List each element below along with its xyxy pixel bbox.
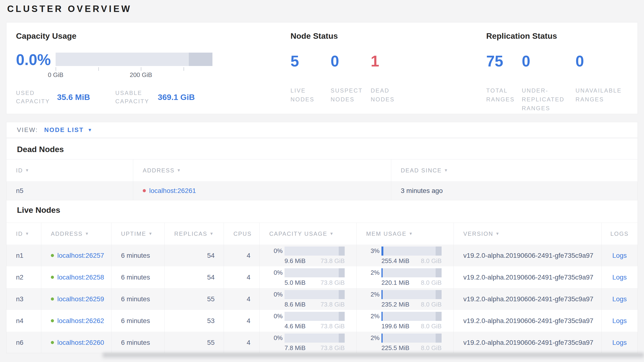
logs-link[interactable]: Logs [612, 339, 627, 346]
live-node-row: n3 localhost:26259 6 minutes 55 4 0% [6, 288, 638, 310]
live-nodes-table: ID ▼ ADDRESS ▼ UPTIME ▼ REPLICAS ▼ CPUS [6, 223, 638, 353]
capacity-bar [284, 312, 345, 321]
mem-bar [382, 247, 442, 256]
sort-arrow-icon: ▼ [85, 232, 90, 236]
mem-bar [382, 333, 442, 343]
logs-link[interactable]: Logs [612, 274, 627, 281]
node-mem-usage-cell: 3% 255.4 MiB 8.0 GiB [356, 245, 454, 266]
logs-link[interactable]: Logs [612, 317, 627, 325]
node-uptime: 6 minutes [112, 332, 165, 353]
node-uptime: 6 minutes [112, 310, 165, 332]
view-mode-dropdown[interactable]: NODE LIST ▼ [44, 126, 92, 134]
node-logs-cell: Logs [602, 332, 638, 353]
unavailable-ranges-stat: 0 UNAVAILABLE RANGES [576, 52, 630, 113]
node-address-link[interactable]: localhost:26257 [57, 252, 104, 259]
node-version: v19.2.0-alpha.20190606-2491-gfe735c9a97 [454, 288, 602, 310]
live-status-dot-icon [51, 341, 54, 344]
node-address-cell: localhost:26258 [41, 266, 112, 288]
dead-node-address-link[interactable]: localhost:26261 [149, 187, 196, 195]
node-version: v19.2.0-alpha.20190606-2491-gfe735c9a97 [454, 266, 602, 288]
live-node-row: n1 localhost:26257 6 minutes 54 4 0% [6, 245, 638, 266]
node-capacity-usage-cell: 0% 5.0 MiB 73.8 GiB [260, 266, 356, 288]
live-col-header-uptime[interactable]: UPTIME ▼ [112, 223, 165, 245]
sort-arrow-icon: ▼ [210, 232, 214, 236]
node-address-link[interactable]: localhost:26259 [57, 295, 104, 303]
node-address-link[interactable]: localhost:26262 [57, 317, 104, 325]
node-replicas: 54 [165, 266, 224, 288]
node-address-link[interactable]: localhost:26260 [57, 339, 104, 346]
live-col-header-id[interactable]: ID ▼ [6, 223, 41, 245]
sort-arrow-icon: ▼ [25, 168, 30, 173]
node-address-cell: localhost:26259 [41, 288, 112, 310]
node-id: n3 [6, 288, 41, 310]
live-col-header-mem-usage[interactable]: MEM USAGE ▼ [356, 223, 454, 245]
dead-node-address-cell: localhost:26261 [133, 181, 391, 200]
live-status-dot-icon [51, 254, 54, 257]
node-logs-cell: Logs [602, 288, 638, 310]
node-replicas: 55 [165, 332, 224, 353]
nodes-panel: Dead Nodes ID ▼ ADDRESS ▼ DEAD SINCE ▼ n… [6, 138, 638, 353]
dead-nodes-table-header: ID ▼ ADDRESS ▼ DEAD SINCE ▼ [6, 159, 638, 181]
node-capacity-usage-cell: 0% 8.6 MiB 73.8 GiB [260, 288, 356, 310]
view-selector-bar: VIEW: NODE LIST ▼ [6, 122, 638, 138]
dead-nodes-heading: Dead Nodes [17, 144, 638, 154]
live-status-dot-icon [51, 319, 54, 322]
node-id: n6 [6, 332, 41, 353]
node-uptime: 6 minutes [112, 266, 165, 288]
dead-col-header-address[interactable]: ADDRESS ▼ [133, 159, 391, 181]
mem-bar [382, 312, 442, 321]
capacity-bar-reserved-segment [189, 53, 212, 66]
used-capacity-value: 35.6 MiB [57, 93, 98, 102]
capacity-bar [284, 247, 345, 256]
node-cpus: 4 [224, 266, 260, 288]
node-replicas: 53 [165, 310, 224, 332]
page-title: CLUSTER OVERVIEW [0, 0, 644, 14]
under-replicated-ranges-stat: 0 UNDER-REPLICATED RANGES [522, 52, 576, 113]
capacity-used-percent: 0.0% [16, 50, 56, 69]
dead-node-id: n5 [6, 181, 133, 200]
node-address-link[interactable]: localhost:26258 [57, 274, 104, 281]
dead-col-header-id[interactable]: ID ▼ [6, 159, 133, 181]
capacity-usage-bar [56, 53, 212, 66]
node-id: n2 [6, 266, 41, 288]
live-col-header-address[interactable]: ADDRESS ▼ [41, 223, 112, 245]
node-version: v19.2.0-alpha.20190606-2491-gfe735c9a97 [454, 245, 602, 266]
node-mem-usage-cell: 2% 225.5 MiB 8.0 GiB [356, 332, 454, 353]
total-ranges-stat: 75 TOTAL RANGES [486, 52, 522, 113]
node-cpus: 4 [224, 288, 260, 310]
node-address-cell: localhost:26257 [41, 245, 112, 266]
node-id: n1 [6, 245, 41, 266]
node-version: v19.2.0-alpha.20190606-2491-gfe735c9a97 [454, 310, 602, 332]
live-col-header-version[interactable]: VERSION ▼ [454, 223, 602, 245]
axis-label-200: 200 GiB [130, 71, 152, 79]
dead-status-dot-icon [143, 189, 146, 192]
logs-link[interactable]: Logs [612, 252, 627, 259]
node-replicas: 55 [165, 288, 224, 310]
live-nodes-heading: Live Nodes [17, 205, 638, 215]
logs-link[interactable]: Logs [612, 295, 627, 303]
live-col-header-capacity-usage[interactable]: CAPACITY USAGE ▼ [260, 223, 356, 245]
suspect-nodes-stat: 0 SUSPECT NODES [330, 52, 371, 104]
node-version: v19.2.0-alpha.20190606-2491-gfe735c9a97 [454, 332, 602, 353]
axis-label-0: 0 GiB [48, 71, 63, 79]
view-selected-value: NODE LIST [44, 126, 84, 134]
capacity-usage-title: Capacity Usage [16, 31, 281, 41]
node-logs-cell: Logs [602, 310, 638, 332]
replication-status-section: Replication Status 75 TOTAL RANGES 0 UND… [486, 31, 630, 113]
mem-bar [382, 268, 442, 277]
live-col-header-cpus[interactable]: CPUS [224, 223, 260, 245]
dead-col-header-dead-since[interactable]: DEAD SINCE ▼ [391, 159, 638, 181]
sort-arrow-icon: ▼ [177, 168, 182, 173]
live-nodes-stat: 5 LIVE NODES [290, 52, 330, 104]
dead-node-row: n5 localhost:26261 3 minutes ago [6, 181, 638, 200]
node-logs-cell: Logs [602, 266, 638, 288]
sort-arrow-icon: ▼ [25, 232, 30, 236]
live-col-header-replicas[interactable]: REPLICAS ▼ [165, 223, 224, 245]
node-uptime: 6 minutes [112, 288, 165, 310]
node-cpus: 4 [224, 245, 260, 266]
chevron-down-icon: ▼ [88, 127, 92, 133]
capacity-bar [284, 333, 345, 343]
used-capacity-label: USED CAPACITY [16, 89, 57, 106]
node-replicas: 54 [165, 245, 224, 266]
usable-capacity-value: 369.1 GiB [158, 93, 198, 102]
